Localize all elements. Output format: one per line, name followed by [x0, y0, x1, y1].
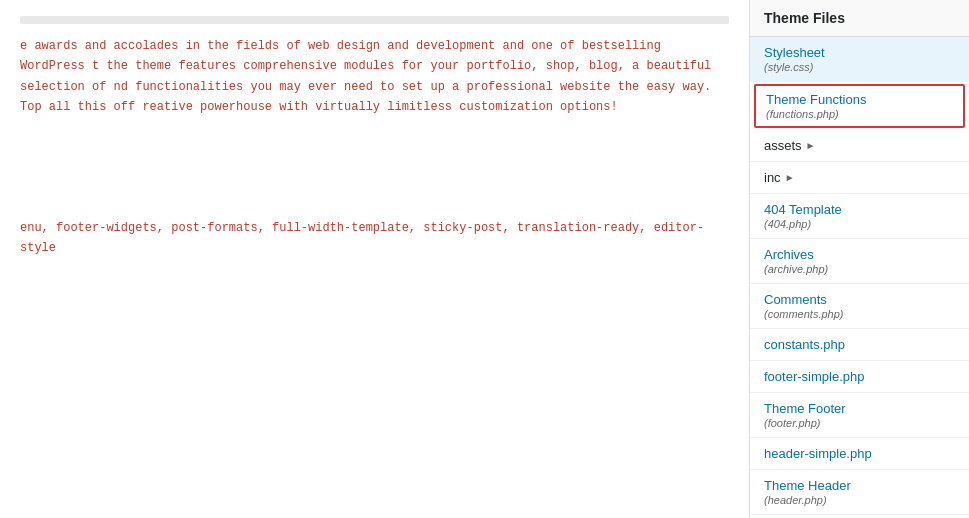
file-subname: (footer.php): [764, 417, 955, 429]
file-item-archives[interactable]: Archives (archive.php): [750, 239, 969, 284]
file-item-header-simple[interactable]: header-simple.php: [750, 438, 969, 470]
file-item-theme-header[interactable]: Theme Header (header.php): [750, 470, 969, 515]
file-name: Theme Footer: [764, 401, 955, 416]
folder-item-inc[interactable]: inc ►: [750, 162, 969, 194]
file-name: Stylesheet: [764, 45, 955, 60]
tags-text: enu, footer-widgets, post-formats, full-…: [20, 218, 729, 259]
file-subname: (style.css): [764, 61, 955, 73]
file-name: Archives: [764, 247, 955, 262]
right-panel: Theme Files Stylesheet (style.css) Theme…: [749, 0, 969, 518]
file-item-theme-functions[interactable]: Theme Functions (functions.php): [754, 84, 965, 128]
file-name: Comments: [764, 292, 955, 307]
file-subname: (header.php): [764, 494, 955, 506]
file-name: 404 Template: [764, 202, 955, 217]
file-name: Theme Header: [764, 478, 955, 493]
content-area: e awards and accolades in the fields of …: [0, 0, 749, 518]
file-item-footer-simple[interactable]: footer-simple.php: [750, 361, 969, 393]
file-item-comments[interactable]: Comments (comments.php): [750, 284, 969, 329]
file-subname: (404.php): [764, 218, 955, 230]
file-subname: (functions.php): [766, 108, 953, 120]
folder-arrow-icon: ►: [806, 140, 816, 151]
file-subname: (archive.php): [764, 263, 955, 275]
file-item-404[interactable]: 404 Template (404.php): [750, 194, 969, 239]
description-text: e awards and accolades in the fields of …: [20, 36, 729, 118]
file-item-constants[interactable]: constants.php: [750, 329, 969, 361]
file-item-stylesheet[interactable]: Stylesheet (style.css): [750, 37, 969, 82]
folder-name: inc: [764, 170, 781, 185]
folder-name: assets: [764, 138, 802, 153]
folder-arrow-icon: ►: [785, 172, 795, 183]
file-list: Stylesheet (style.css) Theme Functions (…: [750, 37, 969, 518]
file-item-theme-footer[interactable]: Theme Footer (footer.php): [750, 393, 969, 438]
file-subname: (comments.php): [764, 308, 955, 320]
folder-item-assets[interactable]: assets ►: [750, 130, 969, 162]
panel-header: Theme Files: [750, 0, 969, 37]
file-name: Theme Functions: [766, 92, 953, 107]
